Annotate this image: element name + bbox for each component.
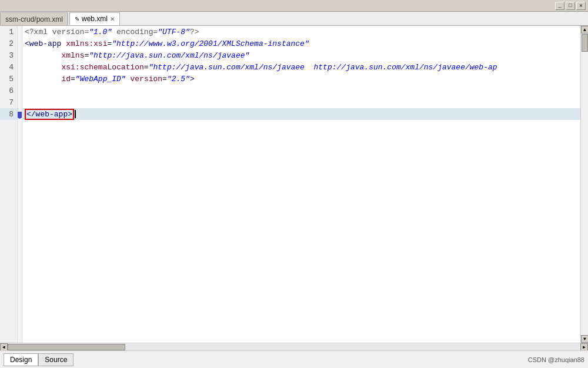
code-line-6 — [22, 85, 580, 96]
code-line-8[interactable]: </web-app> — [22, 108, 580, 120]
window-controls[interactable]: _ □ ✕ — [555, 2, 586, 10]
status-bar: Design Source CSDN @zhuqian88 — [0, 350, 588, 368]
tab-webxml[interactable]: ✎ web.xml ✕ — [69, 12, 120, 25]
tab-webxml-label: web.xml — [82, 15, 108, 23]
title-bar: _ □ ✕ — [0, 0, 588, 12]
tab-pom[interactable]: ssm-crud/pom.xml — [0, 12, 68, 25]
scroll-right-button[interactable]: ► — [580, 343, 588, 351]
vertical-scrollbar[interactable]: ▲ ▼ — [580, 26, 588, 343]
line-num-5: 5 — [0, 73, 17, 85]
maximize-button[interactable]: □ — [566, 2, 575, 10]
tab-bar: ssm-crud/pom.xml ✎ web.xml ✕ — [0, 12, 588, 26]
scroll-down-button[interactable]: ▼ — [581, 335, 588, 343]
code-line-4: xsi:schemaLocation = "http://java.sun.co… — [22, 61, 580, 73]
line-num-8: 8 — [0, 108, 17, 120]
line-num-6: 6 — [0, 85, 17, 96]
h-scroll-track[interactable] — [8, 344, 580, 350]
code-line-5: id = "WebApp_ID" version = "2.5" > — [22, 73, 580, 85]
close-button[interactable]: ✕ — [576, 2, 586, 10]
h-scroll-thumb[interactable] — [8, 344, 125, 350]
tab-pom-label: ssm-crud/pom.xml — [5, 15, 63, 24]
code-line-3: xmlns = "http://java.sun.com/xml/ns/java… — [22, 49, 580, 61]
code-line-1: <?xml version="1.0" encoding="UTF-8"?> — [22, 26, 580, 38]
closing-tag-highlight: </web-app> — [25, 109, 74, 120]
scroll-left-button[interactable]: ◄ — [0, 343, 8, 351]
tab-webxml-icon: ✎ — [75, 16, 79, 22]
line-num-2: 2 — [0, 38, 17, 49]
code-editor[interactable]: <?xml version="1.0" encoding="UTF-8"?> <… — [22, 26, 580, 343]
bookmark-strip — [18, 26, 22, 343]
tab-webxml-close[interactable]: ✕ — [110, 16, 115, 22]
line1-content: <?xml version="1.0" encoding="UTF-8"?> — [25, 28, 199, 36]
line-num-7: 7 — [0, 96, 17, 108]
source-tab-button[interactable]: Source — [38, 353, 74, 366]
scroll-up-button[interactable]: ▲ — [581, 26, 588, 34]
scroll-thumb[interactable] — [582, 34, 588, 52]
line-num-4: 4 — [0, 61, 17, 73]
bookmark-icon-line8 — [18, 112, 22, 119]
line-num-1: 1 — [0, 26, 17, 38]
minimize-button[interactable]: _ — [555, 2, 564, 10]
editor-area: 1 2 3 4 5 6 7 8 <?xml version="1.0" enco… — [0, 26, 588, 343]
line-number-gutter: 1 2 3 4 5 6 7 8 — [0, 26, 18, 343]
text-cursor — [75, 110, 76, 118]
code-line-7 — [22, 96, 580, 108]
design-tab-button[interactable]: Design — [4, 353, 38, 366]
scroll-track-empty — [581, 52, 588, 335]
line-num-3: 3 — [0, 49, 17, 61]
code-line-2: <web-app xmlns:xsi = "http://www.w3.org/… — [22, 38, 580, 49]
watermark-text: CSDN @zhuqian88 — [528, 356, 584, 363]
horizontal-scrollbar[interactable]: ◄ ► — [0, 343, 588, 350]
